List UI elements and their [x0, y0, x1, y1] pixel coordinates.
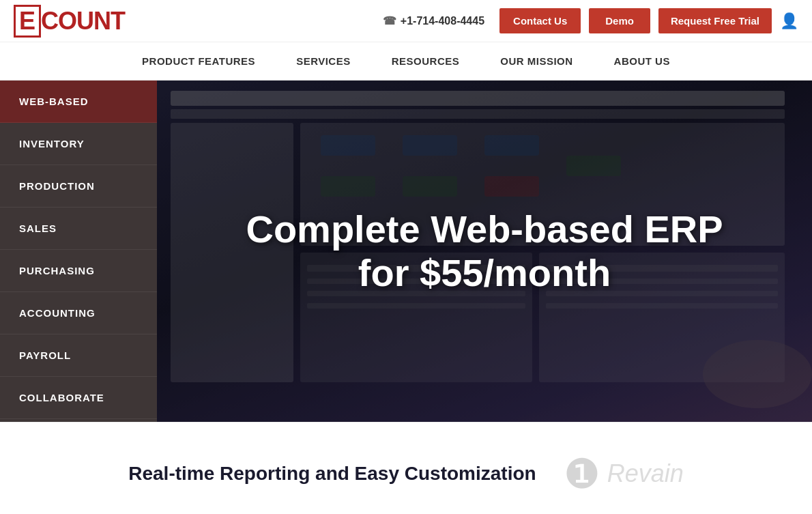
revain-badge: ❶ Revain [564, 450, 684, 498]
sidebar-item-collaborate[interactable]: COLLABORATE [0, 377, 157, 419]
hero-text-block: Complete Web-based ERP for $55/month [246, 208, 723, 296]
logo-e-letter: E [14, 5, 41, 38]
nav-item-our-mission[interactable]: OUR MISSION [480, 43, 593, 79]
nav-item-product-features[interactable]: PRODUCT FEATURES [121, 43, 276, 79]
hero-headline-line1: Complete Web-based ERP [246, 208, 723, 251]
user-account-icon[interactable]: 👤 [780, 12, 798, 30]
contact-button[interactable]: Contact Us [499, 8, 581, 33]
revain-text: Revain [607, 459, 684, 488]
nav-item-about-us[interactable]: ABOUT US [594, 43, 691, 79]
request-trial-button[interactable]: Request Free Trial [658, 8, 772, 33]
sidebar: WEB-BASED INVENTORY PRODUCTION SALES PUR… [0, 81, 157, 422]
nav-item-services[interactable]: SERVICES [276, 43, 371, 79]
sidebar-item-payroll[interactable]: PAYROLL [0, 334, 157, 377]
main-navigation: PRODUCT FEATURES SERVICES RESOURCES OUR … [0, 42, 812, 81]
hero-headline: Complete Web-based ERP for $55/month [246, 208, 723, 296]
hero-image-area: Complete Web-based ERP for $55/month [157, 81, 812, 422]
hero-headline-line2: for $55/month [358, 251, 611, 294]
phone-icon: ☎ [383, 14, 396, 27]
nav-item-resources[interactable]: RESOURCES [371, 43, 480, 79]
logo[interactable]: E COUNT [14, 5, 125, 38]
topbar: E COUNT ☎ +1-714-408-4445 Contact Us Dem… [0, 0, 812, 42]
hero-section: WEB-BASED INVENTORY PRODUCTION SALES PUR… [0, 81, 812, 422]
sidebar-item-accounting[interactable]: ACCOUNTING [0, 292, 157, 334]
sidebar-item-production[interactable]: PRODUCTION [0, 165, 157, 208]
revain-icon: ❶ [564, 450, 600, 498]
demo-button[interactable]: Demo [589, 8, 650, 33]
sidebar-item-inventory[interactable]: INVENTORY [0, 123, 157, 165]
phone-number: +1-714-408-4445 [401, 15, 484, 27]
phone-area: ☎ +1-714-408-4445 [383, 14, 484, 27]
bottom-heading: Real-time Reporting and Easy Customizati… [128, 463, 536, 485]
sidebar-item-purchasing[interactable]: PURCHASING [0, 250, 157, 292]
logo-count-text: COUNT [41, 7, 125, 35]
sidebar-item-web-based[interactable]: WEB-BASED [0, 81, 157, 123]
sidebar-item-sales[interactable]: SALES [0, 208, 157, 250]
bottom-section: Real-time Reporting and Easy Customizati… [0, 422, 812, 514]
